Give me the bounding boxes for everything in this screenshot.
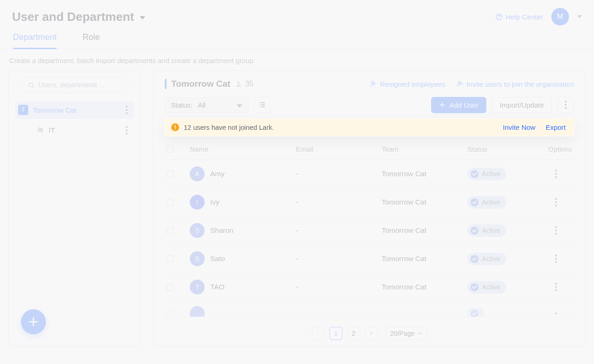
- check-circle-icon: [471, 310, 478, 318]
- row-options-button[interactable]: [551, 170, 561, 178]
- table-row: S Sato - Tomorrow Cat Active: [165, 245, 574, 273]
- status-badge: Active: [467, 168, 506, 180]
- sidebar-item-more-icon[interactable]: [122, 106, 131, 114]
- tab-department[interactable]: Department: [13, 32, 57, 49]
- sidebar-item-tomorrow-cat[interactable]: T Tomorrow Cat: [15, 101, 134, 119]
- status-filter-prefix: Status:: [171, 101, 193, 109]
- pagination-page-2[interactable]: 2: [347, 327, 360, 340]
- plus-icon: [27, 316, 39, 328]
- pending-users-banner: ! 12 users have not joined Lark. Invite …: [165, 119, 574, 136]
- check-circle-icon: [471, 227, 478, 235]
- user-avatar: A: [190, 166, 205, 181]
- row-select-checkbox[interactable]: [167, 255, 174, 262]
- col-status: Status: [467, 145, 535, 153]
- invite-users-link[interactable]: Invite users to join the organization: [456, 80, 574, 88]
- pagination-pagesize-select[interactable]: 20/Page: [386, 327, 427, 340]
- page-description: Create a department, batch import depart…: [0, 49, 594, 70]
- status-filter-value: All: [198, 101, 206, 109]
- row-select-checkbox[interactable]: [167, 171, 174, 178]
- user-email: -: [296, 226, 377, 235]
- row-select-checkbox[interactable]: [167, 199, 174, 206]
- user-name: Ivy: [210, 198, 220, 206]
- check-circle-icon: [471, 198, 478, 206]
- svg-point-1: [499, 18, 499, 19]
- row-options-button[interactable]: [551, 198, 561, 206]
- user-avatar: [190, 306, 205, 317]
- user-avatar: S: [190, 223, 205, 238]
- department-detail-panel: Tomorrow Cat 35 Resigned employees Invit…: [153, 70, 586, 347]
- department-tree-sidebar: Users, departments ... T Tomorrow Cat IT: [8, 70, 141, 347]
- sidebar-item-label: Tomorrow Cat: [33, 106, 76, 114]
- current-user-avatar[interactable]: M: [551, 8, 569, 26]
- svg-point-5: [238, 82, 240, 84]
- row-select-checkbox[interactable]: [167, 284, 174, 291]
- row-select-checkbox[interactable]: [167, 227, 174, 234]
- banner-invite-now-link[interactable]: Invite Now: [503, 123, 536, 131]
- pagination-prev[interactable]: [312, 327, 325, 340]
- question-circle-icon: [495, 13, 503, 21]
- user-team: Tomorrow Cat: [381, 198, 463, 206]
- row-options-button[interactable]: [551, 283, 561, 291]
- help-center-label: Help Center: [506, 13, 543, 21]
- list-view-toggle[interactable]: [254, 96, 271, 113]
- more-actions-button[interactable]: [557, 96, 574, 113]
- search-input[interactable]: Users, departments ...: [21, 77, 129, 93]
- check-circle-icon: [471, 170, 478, 178]
- status-filter-select[interactable]: Status: All: [165, 97, 248, 113]
- table-header: Name Email Team Status Options: [165, 139, 574, 160]
- select-all-checkbox[interactable]: [167, 146, 174, 153]
- account-menu-caret-icon[interactable]: [577, 15, 582, 18]
- status-badge: Active: [467, 196, 506, 209]
- tab-role[interactable]: Role: [83, 32, 100, 49]
- resigned-employees-link[interactable]: Resigned employees: [370, 80, 445, 88]
- status-badge: [467, 307, 484, 318]
- warning-icon: !: [171, 123, 179, 131]
- search-placeholder: Users, departments ...: [39, 81, 105, 89]
- check-circle-icon: [471, 283, 478, 291]
- page-title: User and Department: [12, 10, 134, 24]
- sidebar-item-more-icon[interactable]: [122, 126, 131, 134]
- row-options-button[interactable]: [551, 313, 561, 314]
- svg-point-7: [458, 82, 461, 84]
- user-team: Tomorrow Cat: [381, 255, 463, 263]
- svg-point-4: [41, 128, 43, 130]
- table-row: A Amy - Tomorrow Cat Active: [165, 160, 574, 188]
- user-email: -: [296, 170, 377, 178]
- user-email: -: [296, 198, 377, 206]
- user-email: -: [296, 283, 377, 291]
- chevron-down-icon: [237, 104, 242, 108]
- department-badge: T: [18, 105, 28, 115]
- user-name: Amy: [210, 170, 225, 178]
- selected-department-name: Tomorrow Cat: [171, 79, 230, 89]
- row-options-button[interactable]: [551, 255, 561, 263]
- sidebar-item-it[interactable]: IT: [37, 123, 134, 137]
- row-select-checkbox[interactable]: [167, 310, 174, 317]
- import-update-button[interactable]: Import/Update: [492, 97, 552, 113]
- col-name: Name: [190, 145, 291, 153]
- banner-message: 12 users have not joined Lark.: [184, 124, 274, 131]
- svg-point-3: [39, 128, 41, 130]
- banner-export-link[interactable]: Export: [546, 123, 566, 131]
- status-badge: Active: [467, 281, 506, 294]
- button-label: Import/Update: [500, 101, 544, 109]
- user-avatar: T: [190, 280, 205, 294]
- status-badge: Active: [467, 224, 506, 237]
- add-user-button[interactable]: Add User: [431, 97, 486, 113]
- svg-point-9: [259, 104, 260, 105]
- avatar-initial: M: [557, 13, 563, 21]
- user-team: Tomorrow Cat: [381, 226, 463, 235]
- search-icon: [28, 82, 35, 89]
- svg-point-10: [259, 107, 260, 108]
- add-department-fab[interactable]: [21, 309, 46, 334]
- more-vertical-icon: [561, 101, 570, 109]
- col-email: Email: [296, 145, 377, 153]
- chevron-left-icon: [316, 331, 321, 336]
- help-center-link[interactable]: Help Center: [495, 13, 543, 21]
- pagination-page-1[interactable]: 1: [329, 327, 342, 340]
- table-row: I Ivy - Tomorrow Cat Active: [165, 188, 574, 217]
- chevron-down-icon: [140, 16, 145, 19]
- link-label: Resigned employees: [380, 80, 445, 88]
- pagination-next[interactable]: [365, 327, 378, 340]
- page-title-dropdown[interactable]: User and Department: [12, 10, 145, 24]
- row-options-button[interactable]: [551, 226, 561, 235]
